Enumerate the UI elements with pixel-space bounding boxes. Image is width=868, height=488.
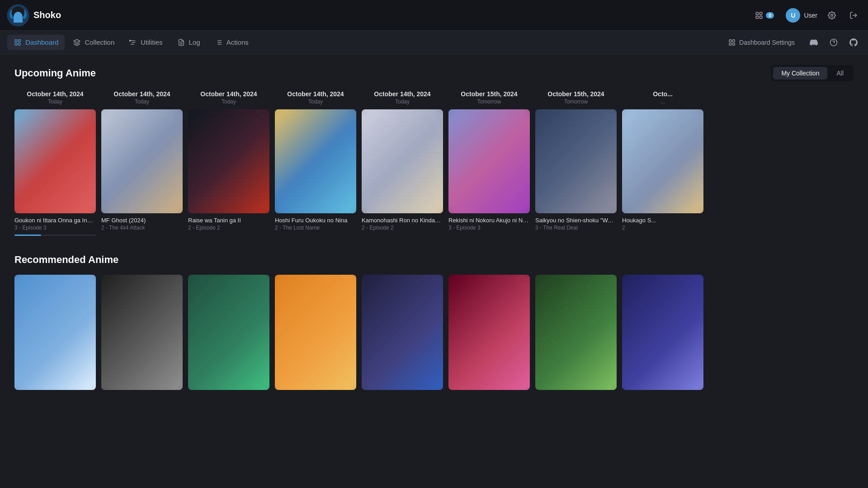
- anime-title-2: Raise wa Tanin ga II: [188, 217, 269, 224]
- recommended-card-5[interactable]: [448, 275, 530, 390]
- anime-episode-5: 3 - Episode 3: [448, 225, 530, 231]
- anime-title-7: Houkago S...: [622, 217, 703, 224]
- nav-items: Dashboard Collection Utilit: [7, 35, 722, 50]
- svg-rect-30: [732, 40, 735, 42]
- anime-episode-1: 2 - The 4x4 Attack: [101, 225, 183, 231]
- date-header-3: October 14th, 2024Today: [275, 90, 356, 105]
- upcoming-card-2[interactable]: October 14th, 2024TodayRaise wa Tanin ga…: [188, 90, 269, 236]
- nav-item-utilities[interactable]: Utilities: [123, 35, 169, 50]
- github-icon-button[interactable]: [846, 35, 861, 50]
- nav-utilities-label: Utilities: [141, 38, 162, 46]
- nav-log-label: Log: [189, 38, 200, 46]
- nav-actions-label: Actions: [226, 38, 249, 46]
- date-header-7: Octo......: [622, 90, 703, 105]
- upcoming-card-4[interactable]: October 14th, 2024TodayKamonohashi Ron n…: [362, 90, 443, 236]
- anime-episode-0: 3 - Episode 3: [14, 225, 96, 231]
- anime-title-4: Kamonohashi Ron no Kindan ...: [362, 217, 443, 224]
- nav-right: Dashboard Settings: [722, 35, 861, 50]
- upcoming-card-5[interactable]: October 15th, 2024TomorrowRekishi ni Nok…: [448, 90, 530, 236]
- anime-episode-2: 2 - Episode 2: [188, 225, 269, 231]
- discord-icon-button[interactable]: [807, 35, 821, 50]
- main-navbar: Dashboard Collection Utilit: [0, 31, 868, 54]
- svg-rect-15: [15, 43, 17, 45]
- anime-title-1: MF Ghost (2024): [101, 217, 183, 224]
- svg-point-5: [14, 14, 17, 17]
- filter-all[interactable]: All: [828, 67, 852, 80]
- settings-icon-button[interactable]: [825, 8, 839, 23]
- svg-point-1: [12, 7, 24, 16]
- anime-title-5: Rekishi ni Nokoru Akujo ni Na...: [448, 217, 530, 224]
- app-logo[interactable]: Shoko: [7, 5, 61, 26]
- recommended-anime-row: [14, 275, 854, 390]
- anime-episode-3: 2 - The Lost Name: [275, 225, 356, 231]
- user-avatar: U: [786, 8, 800, 23]
- svg-rect-14: [18, 40, 20, 42]
- upcoming-card-6[interactable]: October 15th, 2024TomorrowSaikyou no Shi…: [535, 90, 617, 236]
- dashboard-icon: [14, 38, 22, 47]
- recommended-card-3[interactable]: [275, 275, 356, 390]
- svg-point-2: [14, 11, 23, 22]
- svg-rect-29: [729, 40, 731, 42]
- date-header-1: October 14th, 2024Today: [101, 90, 183, 105]
- app-header: Shoko 0 U User: [0, 0, 868, 31]
- anime-title-0: Goukon ni Ittara Onna ga Inak...: [14, 217, 96, 224]
- svg-rect-16: [18, 43, 20, 45]
- log-icon: [177, 38, 185, 47]
- svg-rect-13: [15, 40, 17, 42]
- svg-rect-32: [732, 43, 735, 45]
- recommended-section: Recommended Anime: [14, 254, 854, 390]
- user-button[interactable]: U User: [786, 8, 817, 23]
- progress-bar-0: [14, 235, 96, 236]
- anime-title-3: Hoshi Furu Oukoku no Nina: [275, 217, 356, 224]
- svg-rect-31: [729, 43, 731, 45]
- upcoming-card-3[interactable]: October 14th, 2024TodayHoshi Furu Oukoku…: [275, 90, 356, 236]
- anime-episode-7: 2: [622, 225, 703, 231]
- svg-rect-10: [760, 16, 762, 18]
- recommended-card-7[interactable]: [622, 275, 703, 390]
- recommended-card-1[interactable]: [101, 275, 183, 390]
- date-header-0: October 14th, 2024Today: [14, 90, 96, 105]
- logout-icon-button[interactable]: [846, 8, 861, 23]
- dashboard-settings-label: Dashboard Settings: [739, 39, 795, 46]
- recommended-title: Recommended Anime: [14, 254, 118, 266]
- notification-badge: 0: [766, 12, 774, 19]
- help-icon-button[interactable]: [826, 35, 841, 50]
- user-label: User: [804, 12, 817, 19]
- main-content: Upcoming Anime My Collection All October…: [0, 54, 868, 488]
- nav-item-collection[interactable]: Collection: [66, 35, 121, 50]
- svg-rect-7: [756, 12, 759, 14]
- nav-item-log[interactable]: Log: [171, 35, 207, 50]
- nav-collection-label: Collection: [85, 38, 114, 46]
- recommended-card-0[interactable]: [14, 275, 96, 390]
- date-header-4: October 14th, 2024Today: [362, 90, 443, 105]
- svg-point-20: [129, 40, 131, 41]
- upcoming-card-7[interactable]: Octo......Houkago S...2: [622, 90, 703, 236]
- utilities-icon: [129, 38, 137, 47]
- anime-title-6: Saikyou no Shien-shoku "Waj...: [535, 217, 617, 224]
- upcoming-card-1[interactable]: October 14th, 2024TodayMF Ghost (2024)2 …: [101, 90, 183, 236]
- nav-item-actions[interactable]: Actions: [208, 35, 255, 50]
- dashboard-settings-button[interactable]: Dashboard Settings: [722, 35, 801, 50]
- svg-point-4: [22, 10, 27, 19]
- upcoming-section-header: Upcoming Anime My Collection All: [14, 65, 854, 81]
- nav-item-dashboard[interactable]: Dashboard: [7, 35, 65, 50]
- date-header-6: October 15th, 2024Tomorrow: [535, 90, 617, 105]
- date-header-2: October 14th, 2024Today: [188, 90, 269, 105]
- svg-rect-9: [756, 16, 759, 18]
- actions-icon: [215, 38, 223, 47]
- date-header-5: October 15th, 2024Tomorrow: [448, 90, 530, 105]
- nav-dashboard-label: Dashboard: [25, 38, 58, 46]
- upcoming-card-0[interactable]: October 14th, 2024TodayGoukon ni Ittara …: [14, 90, 96, 236]
- recommended-card-6[interactable]: [535, 275, 617, 390]
- notification-button[interactable]: 0: [750, 9, 778, 22]
- filter-my-collection[interactable]: My Collection: [773, 67, 827, 80]
- svg-point-11: [831, 14, 833, 16]
- upcoming-filter-buttons: My Collection All: [771, 65, 854, 81]
- anime-episode-6: 3 - The Real Deal: [535, 225, 617, 231]
- svg-point-3: [9, 10, 14, 19]
- recommended-card-4[interactable]: [362, 275, 443, 390]
- app-name: Shoko: [33, 10, 61, 20]
- upcoming-title: Upcoming Anime: [14, 67, 96, 79]
- logo-avatar: [7, 5, 29, 26]
- recommended-card-2[interactable]: [188, 275, 269, 390]
